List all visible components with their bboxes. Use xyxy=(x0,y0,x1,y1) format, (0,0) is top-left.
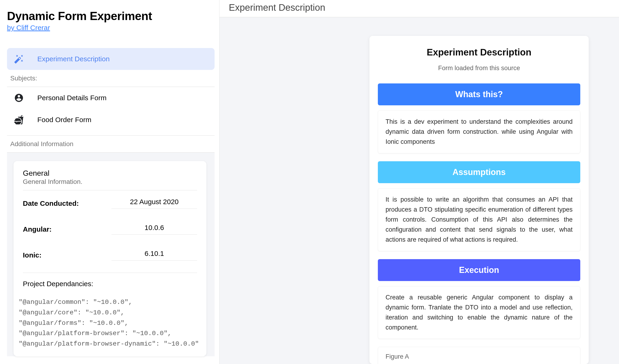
nav-item-label: Experiment Description xyxy=(37,55,208,63)
general-card-title: General xyxy=(23,169,197,177)
wand-icon xyxy=(14,54,24,64)
nav-item-experiment-description[interactable]: Experiment Description xyxy=(7,48,215,70)
info-row-label: Ionic: xyxy=(23,251,112,259)
main-header-title: Experiment Description xyxy=(229,2,610,13)
detail-card: Experiment Description Form loaded from … xyxy=(369,36,589,364)
section-header-additional: Additional Information xyxy=(7,135,215,153)
info-row-value: 6.10.1 xyxy=(112,250,197,260)
nav-item-food-order[interactable]: Food Order Form xyxy=(7,109,215,131)
general-card-subtitle: General Information. xyxy=(23,178,197,190)
section-header-subjects: Subjects: xyxy=(7,70,215,87)
section-banner-execution: Execution xyxy=(378,259,580,281)
divider xyxy=(23,273,197,273)
nav-list: Experiment Description Subjects: Persona… xyxy=(7,48,215,153)
deps-code: "@angular/common": "~10.0.0", "@angular/… xyxy=(19,297,197,349)
info-area: General General Information. Date Conduc… xyxy=(7,153,215,356)
main-panel: Experiment Description Experiment Descri… xyxy=(219,0,619,364)
main-header: Experiment Description xyxy=(219,0,619,17)
section-banner-whats-this: Whats this? xyxy=(378,83,580,105)
info-row: Angular: 10.0.6 xyxy=(23,216,197,242)
sidebar-panel: Dynamic Form Experiment by Cliff Crerar … xyxy=(0,0,219,364)
info-row-value: 10.0.6 xyxy=(112,224,197,235)
deps-title: Project Dependancies: xyxy=(23,280,197,288)
app-title: Dynamic Form Experiment xyxy=(7,9,215,23)
info-row-label: Angular: xyxy=(23,225,112,233)
nav-item-label: Personal Details Form xyxy=(37,94,208,102)
nav-item-label: Food Order Form xyxy=(37,116,208,124)
detail-card-title: Experiment Description xyxy=(378,47,580,58)
fast-food-icon xyxy=(14,115,24,125)
section-text: Create a reusable generic Angular compon… xyxy=(378,286,580,339)
info-row-value: 22 August 2020 xyxy=(112,198,197,209)
app-author-link[interactable]: by Cliff Crerar xyxy=(7,24,50,31)
info-row: Date Conducted: 22 August 2020 xyxy=(23,190,197,216)
nav-item-personal-details[interactable]: Personal Details Form xyxy=(7,87,215,109)
section-text: This is a dev experiment to understand t… xyxy=(378,110,580,153)
general-info-card: General General Information. Date Conduc… xyxy=(14,161,206,356)
section-text: It is possible to write an algorithm tha… xyxy=(378,188,580,251)
figure-box: Figure A xyxy=(378,347,580,364)
section-banner-assumptions: Assumptions xyxy=(378,161,580,183)
info-row: Ionic: 6.10.1 xyxy=(23,242,197,268)
person-circle-icon xyxy=(14,93,24,103)
detail-card-subtitle: Form loaded from this source xyxy=(378,65,580,72)
main-content: Experiment Description Form loaded from … xyxy=(219,17,619,364)
info-row-label: Date Conducted: xyxy=(23,200,112,207)
